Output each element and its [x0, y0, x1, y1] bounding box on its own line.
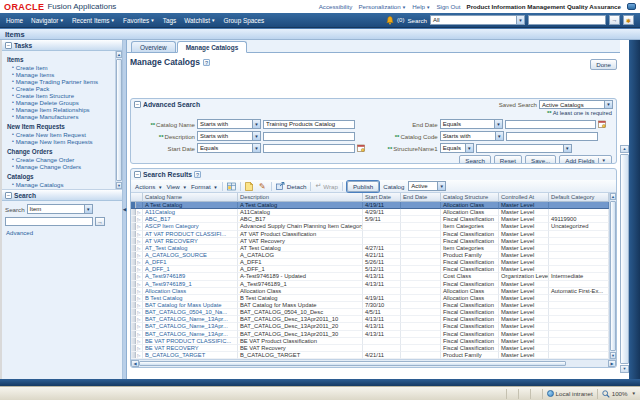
table-row[interactable]: ▷AT VAT RECOVERYAT VAT RecoveryFiscal Cl… [131, 238, 609, 245]
sidebar-link-create-new-item-request[interactable]: Create New Item Request [16, 131, 86, 138]
description-input[interactable] [263, 132, 355, 141]
search-section-header[interactable]: − Search [2, 190, 122, 201]
scrollbar-thumb[interactable] [620, 154, 629, 364]
nav-item-favorites[interactable]: Favorites▼ [123, 17, 155, 24]
sidebar-link-manage-new-item-requests[interactable]: Manage New Item Requests [16, 138, 93, 145]
publish-button[interactable]: Publish [347, 181, 379, 192]
row-expand-icon[interactable]: ▷ [136, 245, 142, 251]
nav-item-watchlist[interactable]: Watchlist▼ [184, 17, 215, 24]
sidebar-search-input[interactable] [5, 217, 93, 226]
catalog-name-cell[interactable]: A_Test9746189 [143, 273, 238, 280]
row-expand-icon[interactable]: ▷ [136, 281, 142, 287]
sidebar-link-manage-delete-groups[interactable]: Manage Delete Groups [16, 99, 79, 106]
collapse-icon[interactable]: − [5, 42, 12, 49]
catalog-name-cell[interactable]: A11Catalog [143, 209, 238, 216]
row-expand-icon[interactable]: ▷ [136, 266, 142, 272]
scroll-down-icon[interactable]: ▼ [620, 365, 629, 373]
format-menu[interactable]: Format ▼ [191, 183, 218, 190]
reset-button[interactable]: Reset [494, 155, 522, 164]
create-icon[interactable] [245, 182, 254, 191]
notifications-bell-icon[interactable] [385, 16, 394, 25]
catalog-name-cell[interactable]: BAT_CATALOG_Name_13Apr... [143, 316, 238, 323]
row-expand-icon[interactable]: ▷ [136, 309, 142, 315]
catalog-name-cell[interactable]: A_DFF_1 [143, 266, 238, 273]
tasks-scrollbar[interactable]: ▲ ▼ [115, 51, 122, 189]
row-expand-icon[interactable]: ▷ [136, 223, 142, 229]
page-vertical-scrollbar[interactable]: ▲ ▼ [620, 40, 629, 379]
table-row[interactable]: ▷BE VAT PRODUCT CLASSIFIC...BE VAT Produ… [131, 338, 609, 345]
catalog-name-cell[interactable]: A_CATALOG_SOURCE [143, 252, 238, 259]
detach-button[interactable]: Detach [276, 182, 307, 190]
presence-icon[interactable] [627, 3, 636, 10]
scroll-up-icon[interactable]: ▲ [620, 145, 629, 153]
catalog-name-cell[interactable]: A Test Catalog [143, 202, 238, 209]
row-expand-icon[interactable]: ▷ [136, 273, 142, 279]
nav-item-home[interactable]: Home [6, 17, 23, 24]
nav-item-tags[interactable]: Tags [163, 17, 177, 24]
row-expand-icon[interactable]: ▷ [136, 216, 142, 222]
row-expand-icon[interactable]: ▷ [136, 209, 142, 215]
row-expand-icon[interactable]: ▷ [136, 231, 142, 237]
sidebar-link-create-change-order[interactable]: Create Change Order [16, 156, 75, 163]
nav-item-navigator[interactable]: Navigator▼ [31, 17, 64, 24]
table-row[interactable]: ▷A Test CatalogA Test Catalog4/19/11Allo… [131, 202, 609, 209]
table-row[interactable]: ▷BE VAT RECOVERYBE VAT RecoveryFiscal Cl… [131, 345, 609, 352]
sidebar-search-scope-select[interactable]: Item▼ [27, 204, 93, 214]
nav-search-go-button[interactable]: → [609, 15, 620, 25]
scroll-up-icon[interactable]: ▲ [116, 51, 122, 58]
catalog-name-cell[interactable]: B Test Catalog [143, 295, 238, 302]
column-header-end-date[interactable]: End Date [401, 193, 441, 202]
view-menu[interactable]: View ▼ [167, 183, 188, 190]
collapse-pane-icon[interactable]: ◀ [123, 207, 126, 212]
sidebar-link-create-item-structure[interactable]: Create Item Structure [16, 92, 74, 99]
row-expand-icon[interactable]: ▷ [136, 345, 142, 351]
catalog-name-cell[interactable]: A_Test9746189_1 [143, 281, 238, 288]
browser-zoom-control[interactable]: 100% ▼ [597, 389, 640, 399]
table-row[interactable]: ▷A_Test9746189_1A_Test9746189_14/13/11Fi… [131, 281, 609, 288]
tab-overview[interactable]: Overview [131, 41, 176, 52]
tab-manage-catalogs[interactable]: Manage Catalogs [177, 41, 248, 53]
accessibility-link[interactable]: Accessibility [319, 3, 353, 10]
catalog-code-operator-select[interactable]: Starts with▼ [440, 131, 504, 141]
table-row[interactable]: ▷BAT_CATALOG_Name_13Apr...BAT_CATALOG_De… [131, 316, 609, 323]
column-header-catalog-structure[interactable]: Catalog Structure [441, 193, 499, 202]
sidebar-link-create-item[interactable]: Create Item [16, 64, 48, 71]
row-expand-icon[interactable]: ▷ [136, 238, 142, 244]
tasks-section-header[interactable]: − Tasks [2, 40, 122, 51]
catalog-name-cell[interactable]: BAT Catalog for Mass Update [143, 302, 238, 309]
scrollbar-thumb[interactable] [610, 201, 616, 351]
query-by-example-icon[interactable] [227, 182, 236, 191]
saved-search-select[interactable]: Active Catalogs▼ [539, 100, 613, 109]
help-icon[interactable]: ? [203, 59, 210, 66]
save-button[interactable]: Save... [525, 155, 556, 164]
catalog-name-cell[interactable]: AT VAT PRODUCT CLASSIFI... [143, 231, 238, 238]
catalog-name-cell[interactable]: AT VAT RECOVERY [143, 238, 238, 245]
catalog-name-cell[interactable]: BAT_CATALOG_0504_10_Na... [143, 309, 238, 316]
description-operator-select[interactable]: Starts with▼ [197, 131, 261, 141]
catalog-name-cell[interactable]: BAT_CATALOG_Name_13Apr... [143, 323, 238, 330]
scroll-down-icon[interactable]: ▼ [116, 182, 122, 189]
catalog-name-cell[interactable]: BE VAT PRODUCT CLASSIFIC... [143, 338, 238, 345]
scrollbar-thumb[interactable] [116, 59, 122, 181]
catalog-code-input[interactable] [506, 132, 598, 141]
catalog-name-cell[interactable]: ABC_B17 [143, 216, 238, 223]
nav-search-input[interactable] [528, 15, 606, 25]
table-row[interactable]: ▷B Test CatalogB Test Catalog4/19/11Allo… [131, 295, 609, 302]
row-expand-icon[interactable]: ▷ [136, 259, 142, 265]
search-button[interactable]: Search [459, 155, 491, 164]
scroll-up-icon[interactable]: ▲ [610, 193, 616, 200]
sidebar-link-manage-items[interactable]: Manage Items [16, 71, 55, 78]
scroll-left-icon[interactable]: ◀ [131, 360, 139, 367]
catalog-name-cell[interactable]: ASCP Item Category [143, 223, 238, 230]
start-date-operator-select[interactable]: Equals▼ [197, 143, 261, 153]
catalog-name-cell[interactable]: BAT_CATALOG_Name_13Apr... [143, 331, 238, 338]
scrollbar-thumb[interactable] [139, 361, 566, 366]
catalog-name-input[interactable] [263, 120, 355, 129]
scroll-right-icon[interactable]: ▶ [608, 360, 616, 367]
help-menu[interactable]: Help▼ [412, 3, 430, 10]
column-header-catalog-name[interactable]: Catalog Name [143, 193, 238, 202]
row-expand-icon[interactable]: ▷ [136, 316, 142, 322]
catalog-name-cell[interactable]: AT_Test Catalog [143, 245, 238, 252]
catalog-name-cell[interactable]: BE VAT RECOVERY [143, 345, 238, 352]
nav-search-scope-select[interactable]: All▼ [430, 15, 525, 25]
